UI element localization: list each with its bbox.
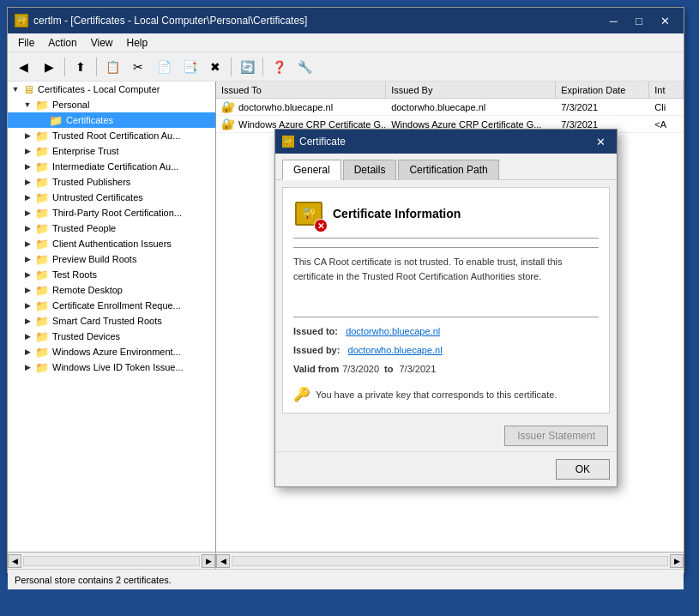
enterprise-expand-icon[interactable]: ▶	[21, 145, 33, 157]
scroll-left-btn[interactable]: ◀	[8, 554, 21, 568]
tab-general[interactable]: General	[282, 160, 341, 180]
menu-help[interactable]: Help	[120, 35, 155, 51]
tree-root[interactable]: ▼ 🖥 Certificates - Local Computer	[8, 82, 215, 97]
tree-item-trusted-root[interactable]: ▶ 📁 Trusted Root Certification Au...	[8, 128, 215, 143]
tree-item-enterprise[interactable]: ▶ 📁 Enterprise Trust	[8, 143, 215, 159]
tree-item-trusted-people[interactable]: ▶ 📁 Trusted People	[8, 220, 215, 236]
root-expand-icon[interactable]: ▼	[9, 83, 21, 95]
preview-expand-icon[interactable]: ▶	[21, 253, 33, 265]
ok-button[interactable]: OK	[556, 459, 610, 480]
properties-button[interactable]: 🔧	[292, 56, 316, 78]
window-controls: ─ □ ✕	[601, 12, 677, 29]
personal-expand-icon[interactable]: ▼	[21, 99, 33, 111]
issued-to-value[interactable]: doctorwho.bluecape.nl	[346, 326, 440, 336]
tree-item-certificates[interactable]: 📁 Certificates	[8, 112, 215, 128]
col-issued-by[interactable]: Issued By	[386, 82, 556, 98]
cut-button[interactable]: ✂	[126, 56, 150, 78]
test-roots-expand-icon[interactable]: ▶	[21, 269, 33, 281]
windows-live-expand-icon[interactable]: ▶	[21, 361, 33, 373]
col-expiration[interactable]: Expiration Date	[556, 82, 649, 98]
tree-third-party-label: Third-Party Root Certification...	[52, 208, 182, 218]
tree-item-trusted-devices[interactable]: ▶ 📁 Trusted Devices	[8, 329, 215, 344]
scroll-left-btn-2[interactable]: ◀	[216, 554, 230, 568]
issued-to-label: Issued to:	[293, 326, 338, 336]
intermediate-expand-icon[interactable]: ▶	[21, 160, 33, 172]
tree-item-untrusted[interactable]: ▶ 📁 Untrusted Certificates	[8, 190, 215, 205]
untrusted-expand-icon[interactable]: ▶	[21, 191, 33, 203]
tree-item-third-party[interactable]: ▶ 📁 Third-Party Root Certification...	[8, 205, 215, 220]
tree-item-personal[interactable]: ▼ 📁 Personal	[8, 97, 215, 112]
client-auth-folder-icon: 📁	[35, 238, 49, 251]
cert-info-header: ✕ Certificate Information	[293, 198, 599, 239]
azure-expand-icon[interactable]: ▶	[21, 346, 33, 358]
smart-card-expand-icon[interactable]: ▶	[21, 315, 33, 327]
issuer-statement-button[interactable]: Issuer Statement	[504, 426, 608, 446]
maximize-button[interactable]: □	[627, 12, 651, 29]
tree-item-preview[interactable]: ▶ 📁 Preview Build Roots	[8, 251, 215, 267]
test-roots-folder-icon: 📁	[35, 269, 49, 281]
tree-item-test-roots[interactable]: ▶ 📁 Test Roots	[8, 267, 215, 282]
trusted-devices-expand-icon[interactable]: ▶	[21, 330, 33, 342]
tab-details[interactable]: Details	[343, 160, 397, 180]
tree-item-azure[interactable]: ▶ 📁 Windows Azure Environment...	[8, 344, 215, 359]
toolbar: ◀ ▶ ⬆ 📋 ✂ 📄 📑 ✖ 🔄 ❓ 🔧	[8, 52, 684, 82]
forward-button[interactable]: ▶	[37, 56, 61, 78]
tree-item-windows-live[interactable]: ▶ 📁 Windows Live ID Token Issue...	[8, 359, 215, 375]
menu-view[interactable]: View	[84, 35, 120, 51]
tree-item-smart-card[interactable]: ▶ 📁 Smart Card Trusted Roots	[8, 313, 215, 329]
table-row[interactable]: 🔐 doctorwho.bluecape.nl doctorwho.blueca…	[216, 99, 684, 116]
menu-action[interactable]: Action	[41, 35, 83, 51]
third-party-expand-icon[interactable]: ▶	[21, 207, 33, 219]
valid-from-label: Valid from	[293, 364, 339, 374]
up-button[interactable]: ⬆	[69, 56, 93, 78]
col-issued-to[interactable]: Issued To	[216, 82, 386, 98]
help-button[interactable]: ❓	[267, 56, 291, 78]
cert-icon-2: 🔐	[221, 118, 235, 130]
trusted-root-expand-icon[interactable]: ▶	[21, 130, 33, 142]
tree-trusted-people-label: Trusted People	[52, 223, 116, 233]
cert-error-icon: ✕	[293, 198, 324, 229]
paste-button[interactable]: 📑	[178, 56, 202, 78]
trusted-people-expand-icon[interactable]: ▶	[21, 222, 33, 234]
list-header: Issued To Issued By Expiration Date Int	[216, 82, 684, 99]
show-hide-button[interactable]: 📋	[100, 56, 124, 78]
key-notice-text: You have a private key that corresponds …	[316, 390, 557, 400]
right-scrollbar-track[interactable]	[232, 556, 668, 566]
cell-expiration-1: 7/3/2021	[556, 99, 649, 115]
left-scrollbar-track[interactable]	[23, 556, 200, 566]
cert-divider-1	[293, 247, 599, 248]
tree-item-intermediate[interactable]: ▶ 📁 Intermediate Certification Au...	[8, 159, 215, 174]
delete-button[interactable]: ✖	[203, 56, 227, 78]
tree-item-cert-enroll[interactable]: ▶ 📁 Certificate Enrollment Reque...	[8, 298, 215, 313]
cert-enroll-expand-icon[interactable]: ▶	[21, 299, 33, 311]
issued-by-value[interactable]: doctorwho.bluecape.nl	[348, 345, 443, 355]
copy-button[interactable]: 📄	[152, 56, 176, 78]
tree-item-remote-desktop[interactable]: ▶ 📁 Remote Desktop	[8, 282, 215, 298]
scroll-right-btn[interactable]: ▶	[202, 554, 215, 568]
tree-item-trusted-publishers[interactable]: ▶ 📁 Trusted Publishers	[8, 174, 215, 190]
client-auth-expand-icon[interactable]: ▶	[21, 238, 33, 250]
tree-client-auth-label: Client Authentication Issuers	[52, 239, 172, 249]
tree-test-roots-label: Test Roots	[52, 269, 97, 280]
right-scrollbar: ◀ ▶	[216, 553, 684, 569]
window-title: certlm - [Certificates - Local Computer\…	[33, 15, 601, 27]
col-int[interactable]: Int	[649, 82, 684, 98]
close-button[interactable]: ✕	[653, 12, 677, 29]
remote-desktop-expand-icon[interactable]: ▶	[21, 284, 33, 296]
key-icon: 🔑	[293, 386, 310, 402]
minimize-button[interactable]: ─	[601, 12, 625, 29]
menu-file[interactable]: File	[11, 35, 41, 51]
tab-certification-path[interactable]: Certification Path	[398, 160, 498, 180]
refresh-button[interactable]: 🔄	[235, 56, 259, 78]
certs-expand-icon	[35, 114, 47, 126]
back-button[interactable]: ◀	[11, 56, 35, 78]
tree-enterprise-label: Enterprise Trust	[52, 146, 119, 156]
scroll-right-btn-2[interactable]: ▶	[670, 554, 684, 568]
dialog-title-bar: 🔐 Certificate ✕	[275, 130, 617, 154]
trusted-pub-expand-icon[interactable]: ▶	[21, 176, 33, 188]
root-folder-icon: 🖥	[23, 83, 34, 96]
tree-item-client-auth[interactable]: ▶ 📁 Client Authentication Issuers	[8, 236, 215, 251]
app-icon: 🔐	[15, 14, 28, 27]
dialog-close-button[interactable]: ✕	[591, 134, 610, 149]
tree-trusted-root-label: Trusted Root Certification Au...	[52, 130, 180, 141]
